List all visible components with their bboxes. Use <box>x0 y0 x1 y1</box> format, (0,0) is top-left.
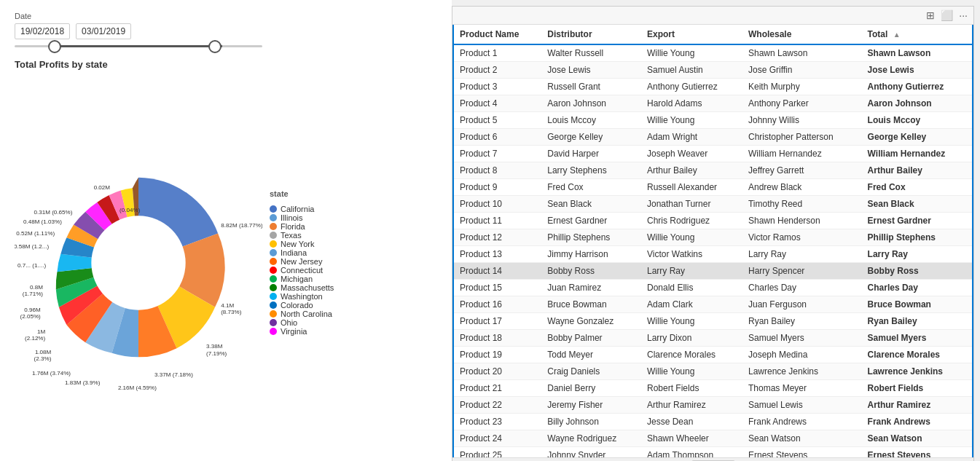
legend-item[interactable]: Michigan <box>270 275 334 283</box>
table-row[interactable]: Product 14 Bobby Ross Larry Ray Harry Sp… <box>453 263 973 280</box>
cell-distributor: Bobby Palmer <box>541 330 641 347</box>
cell-distributor: Juan Ramirez <box>541 280 641 296</box>
legend-item[interactable]: Massachusetts <box>270 283 334 292</box>
cell-product: Product 20 <box>453 363 541 380</box>
legend-dot <box>270 223 277 230</box>
cell-export: Willie Young <box>641 313 742 330</box>
table-row[interactable]: Product 20 Craig Daniels Willie Young La… <box>453 363 973 380</box>
legend-item[interactable]: North Carolina <box>270 310 334 318</box>
cell-product: Product 10 <box>453 196 541 213</box>
table-row[interactable]: Product 22 Jeremy Fisher Arthur Ramirez … <box>453 397 973 414</box>
cell-total: Sean Black <box>862 196 973 213</box>
table-row[interactable]: Product 8 Larry Stephens Arthur Bailey J… <box>453 162 973 179</box>
table-row[interactable]: Product 12 Phillip Stephens Willie Young… <box>453 229 973 246</box>
slider-thumb-right[interactable] <box>208 40 222 53</box>
legend-item[interactable]: Virginia <box>270 327 334 336</box>
col-wholesale[interactable]: Wholesale <box>742 25 862 44</box>
cell-total: Samuel Myers <box>862 330 973 347</box>
date-slider[interactable] <box>15 45 262 47</box>
table-row[interactable]: Product 23 Billy Johnson Jesse Dean Fran… <box>453 414 973 430</box>
table-row[interactable]: Product 16 Bruce Bowman Adam Clark Juan … <box>453 296 973 313</box>
legend-label: Indiana <box>281 248 307 257</box>
table-row[interactable]: Product 13 Jimmy Harrison Victor Watkins… <box>453 246 973 263</box>
legend-item[interactable]: Texas <box>270 231 334 240</box>
expand-icon[interactable]: ⬜ <box>941 9 953 21</box>
table-row[interactable]: Product 25 Johnny Snyder Adam Thompson E… <box>453 447 973 458</box>
svg-text:(0.04%): (0.04%) <box>119 206 141 213</box>
cell-wholesale: Jeffrey Garrett <box>742 162 862 179</box>
legend-label: Florida <box>281 222 305 231</box>
cell-total: Clarence Morales <box>862 347 973 363</box>
cell-product: Product 5 <box>453 112 541 129</box>
legend-area: state CaliforniaIllinoisFloridaTexasNew … <box>270 189 334 336</box>
table-row[interactable]: Product 19 Todd Meyer Clarence Morales J… <box>453 347 973 363</box>
table-row[interactable]: Product 10 Sean Black Jonathan Turner Ti… <box>453 196 973 213</box>
cell-export: Adam Thompson <box>641 447 742 458</box>
cell-wholesale: Sean Watson <box>742 430 862 447</box>
cell-distributor: Fred Cox <box>541 179 641 196</box>
table-row[interactable]: Product 6 George Kelley Adam Wright Chri… <box>453 129 973 146</box>
cell-export: Arthur Ramirez <box>641 397 742 414</box>
table-row[interactable]: Product 18 Bobby Palmer Larry Dixon Samu… <box>453 330 973 347</box>
table-row[interactable]: Product 3 Russell Grant Anthony Gutierre… <box>453 79 973 95</box>
legend-label: Texas <box>281 231 302 240</box>
table-row[interactable]: Product 15 Juan Ramirez Donald Ellis Cha… <box>453 280 973 296</box>
cell-distributor: George Kelley <box>541 129 641 146</box>
legend-item[interactable]: California <box>270 205 334 213</box>
legend-title: state <box>270 189 334 198</box>
table-row[interactable]: Product 7 David Harper Joseph Weaver Wil… <box>453 146 973 162</box>
cell-distributor: Billy Johnson <box>541 414 641 430</box>
date-start[interactable]: 19/02/2018 <box>15 23 70 39</box>
table-row[interactable]: Product 9 Fred Cox Russell Alexander And… <box>453 179 973 196</box>
table-row[interactable]: Product 11 Ernest Gardner Chris Rodrigue… <box>453 213 973 229</box>
legend-item[interactable]: Connecticut <box>270 266 334 275</box>
table-scroll[interactable]: Product Name Distributor Export Wholesal… <box>452 25 973 457</box>
table-row[interactable]: Product 24 Wayne Rodriguez Shawn Wheeler… <box>453 430 973 447</box>
legend-item[interactable]: Ohio <box>270 318 334 327</box>
cell-product: Product 21 <box>453 380 541 397</box>
legend-item[interactable]: New York <box>270 240 334 248</box>
cell-export: Willie Young <box>641 44 742 62</box>
cell-product: Product 22 <box>453 397 541 414</box>
col-product[interactable]: Product Name <box>453 25 541 44</box>
col-export[interactable]: Export <box>641 25 742 44</box>
left-panel: Date 19/02/2018 03/01/2019 Total Profits… <box>0 0 452 461</box>
cell-product: Product 18 <box>453 330 541 347</box>
legend-item[interactable]: Colorado <box>270 301 334 310</box>
cell-distributor: Bobby Ross <box>541 263 641 280</box>
table-row[interactable]: Product 17 Wayne Gonzalez Willie Young R… <box>453 313 973 330</box>
cell-export: Jesse Dean <box>641 414 742 430</box>
filter-icon[interactable]: ⊞ <box>926 9 935 21</box>
slider-track <box>15 45 262 47</box>
cell-total: William Hernandez <box>862 146 973 162</box>
svg-text:(8.73%): (8.73%) <box>221 309 242 315</box>
table-row[interactable]: Product 4 Aaron Johnson Harold Adams Ant… <box>453 95 973 112</box>
legend-label: Michigan <box>281 275 313 283</box>
legend-item[interactable]: Illinois <box>270 213 334 222</box>
legend-item[interactable]: Florida <box>270 222 334 231</box>
date-end[interactable]: 03/01/2019 <box>76 23 131 39</box>
svg-text:3.38M: 3.38M <box>206 343 223 350</box>
cell-total: Larry Ray <box>862 246 973 263</box>
cell-product: Product 13 <box>453 246 541 263</box>
legend-dot <box>270 232 277 239</box>
cell-wholesale: William Hernandez <box>742 146 862 162</box>
col-distributor[interactable]: Distributor <box>541 25 641 44</box>
legend-dot <box>270 214 277 221</box>
cell-wholesale: Keith Murphy <box>742 79 862 95</box>
svg-text:(1.71%): (1.71%) <box>23 291 44 297</box>
table-row[interactable]: Product 2 Jose Lewis Samuel Austin Jose … <box>453 62 973 79</box>
table-row[interactable]: Product 5 Louis Mccoy Willie Young Johnn… <box>453 112 973 129</box>
legend-item[interactable]: Indiana <box>270 248 334 257</box>
bottom-scrollbar[interactable] <box>452 457 973 461</box>
svg-text:3.37M (7.18%): 3.37M (7.18%) <box>154 371 193 378</box>
slider-thumb-left[interactable] <box>48 40 61 53</box>
legend-item[interactable]: New Jersey <box>270 257 334 266</box>
table-row[interactable]: Product 1 Walter Russell Willie Young Sh… <box>453 44 973 62</box>
table-row[interactable]: Product 21 Daniel Berry Robert Fields Th… <box>453 380 973 397</box>
cell-distributor: Craig Daniels <box>541 363 641 380</box>
more-icon[interactable]: ··· <box>959 9 968 21</box>
cell-total: Charles Day <box>862 280 973 296</box>
col-total[interactable]: Total ▲ <box>862 25 973 44</box>
legend-item[interactable]: Washington <box>270 292 334 301</box>
